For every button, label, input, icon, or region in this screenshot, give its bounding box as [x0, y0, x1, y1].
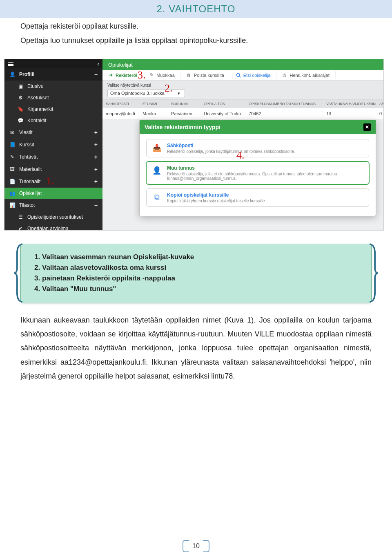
col-idnum: OPISKELIJANUMERO TAI MUU TUNNUS: [249, 102, 326, 106]
search-label: Etsi opiskelija: [243, 73, 271, 78]
clock-icon: ◷: [282, 73, 287, 78]
sidebar-item-tehtävät[interactable]: ✎Tehtävät+: [4, 151, 102, 163]
sidebar-item-materiaalit[interactable]: 🖼Materiaalit+: [4, 163, 102, 175]
option-other-id[interactable]: 👤 Muu tunnus Rekisteröi opiskelija, joll…: [146, 161, 369, 184]
cell-answers: 13: [326, 111, 379, 116]
table-row[interactable]: mhparv@utu.fi Marika Parviainen Universi…: [102, 108, 383, 119]
option-other-desc: Rekisteröi opiskelija, jolla ei ole sähk…: [167, 172, 364, 181]
list-icon: ☰: [18, 214, 23, 220]
expand-collapse-icon[interactable]: +: [94, 154, 98, 160]
sidebar-item-profiili[interactable]: 👤Profiili–: [4, 68, 102, 81]
sidebar-item-label: Opiskelijoiden suoritukset: [27, 214, 83, 220]
schedule-label: Henk.koht. aikarajat: [290, 73, 329, 78]
expand-collapse-icon[interactable]: –: [94, 202, 98, 208]
register-type-modal: Valitse rekisteröinnin tyyppi ✕ 📥 Sähköp…: [139, 120, 376, 216]
modal-title: Valitse rekisteröinnin tyyppi: [145, 124, 220, 130]
right-brace-icon: [368, 243, 378, 303]
mail-icon: ✉: [9, 130, 15, 135]
course-select-value: Oma Opintopolku 3. luokka: [110, 91, 165, 96]
step-1: Valitaan vasemman reunan Opiskelijat-kuv…: [42, 253, 360, 261]
body-paragraph-text: Ikkunaan aukeavaan taulukkoon täytetään …: [20, 313, 372, 383]
sidebar-item-label: Opettajan arvioima: [27, 226, 69, 231]
sidebar-item-label: Profiili: [19, 72, 34, 77]
gear-icon: ⚙: [18, 95, 23, 101]
chart-icon: 📊: [9, 202, 15, 208]
col-first: ETUNIMI: [143, 102, 171, 106]
left-brace-icon: [14, 243, 24, 303]
inbox-icon: 📥: [151, 143, 162, 154]
sidebar-item-label: Kurssit: [19, 142, 34, 148]
sidebar-item-kurssit[interactable]: 📘Kurssit+: [4, 139, 102, 151]
expand-collapse-icon[interactable]: +: [94, 141, 98, 148]
sidebar-item-opiskelijat[interactable]: 👥Opiskelijat: [4, 188, 102, 199]
person-icon: 👤: [151, 165, 162, 181]
register-button[interactable]: ➜ Rekisteröi: [102, 71, 143, 79]
step-2: Valitaan alasvetovalikosta oma kurssi: [42, 264, 360, 272]
col-ar: AR: [379, 102, 384, 106]
col-school: OPPILAITOS: [204, 102, 249, 106]
register-icon: ➜: [108, 73, 113, 78]
page-number: 10: [187, 542, 205, 550]
step-4: Valitaan "Muu tunnus": [42, 285, 360, 293]
sidebar-item-asetukset[interactable]: ⚙Asetukset: [4, 92, 102, 103]
image-icon: 🖼: [9, 166, 15, 172]
check-icon: ✔: [18, 226, 23, 231]
sidebar-item-etusivu[interactable]: ▣Etusivu: [4, 81, 102, 92]
option-copy-title: Kopioi opiskelijat kurssille: [167, 192, 265, 198]
col-last: SUKUNIMI: [171, 102, 204, 106]
modal-body: 📥 Sähköposti Rekisteröi opiskelija, jonk…: [140, 134, 376, 216]
edit-icon: ✎: [149, 73, 154, 78]
steps-callout: Valitaan vasemman reunan Opiskelijat-kuv…: [20, 243, 372, 303]
sidebar-item-tutoriaalit[interactable]: 📄Tutoriaalit+: [4, 175, 102, 188]
bookmark-icon: 🔖: [18, 106, 23, 112]
expand-collapse-icon[interactable]: +: [94, 166, 98, 173]
course-select-dropdown[interactable]: Oma Opintopolku 3. luokka ▾: [107, 89, 185, 97]
svg-point-0: [236, 73, 240, 76]
file-icon: 📄: [9, 179, 15, 184]
expand-collapse-icon[interactable]: +: [94, 178, 98, 185]
option-email[interactable]: 📥 Sähköposti Rekisteröi opiskelija, jonk…: [146, 139, 369, 157]
pencil-icon: ✎: [9, 154, 15, 160]
modal-close-button[interactable]: ✕: [363, 123, 371, 131]
option-other-title: Muu tunnus: [167, 165, 364, 171]
sidebar-item-tilastot[interactable]: 📊Tilastot–: [4, 199, 102, 211]
intro-text: Opettaja rekisteröi oppilaat kurssille. …: [0, 22, 392, 59]
schedule-button[interactable]: ◷ Henk.koht. aikarajat: [276, 71, 335, 79]
collapse-chevron-icon[interactable]: ‹: [97, 61, 99, 67]
sidebar-item-kirjanmerkit[interactable]: 🔖Kirjanmerkit: [4, 103, 102, 115]
svg-line-1: [239, 76, 241, 77]
expand-collapse-icon[interactable]: +: [94, 129, 98, 136]
sidebar-item-label: Tutoriaalit: [19, 179, 40, 184]
option-copy-students[interactable]: ⧉ Kopioi opiskelijat kurssille Kopioi ka…: [146, 188, 369, 207]
hamburger-icon[interactable]: [8, 62, 13, 66]
sidebar-item-opettajan-arvioima[interactable]: ✔Opettajan arvioima: [4, 223, 102, 231]
step-3: painetaan Rekisteröi oppilaita -nappulaa: [42, 274, 360, 282]
intro-line2: Opettaja luo tunnukset oppilaille ja lis…: [20, 36, 372, 45]
expand-collapse-icon[interactable]: –: [94, 71, 98, 78]
sidebar-item-viestit[interactable]: ✉Viestit+: [4, 126, 102, 139]
course-select-label: Valitse näytettävä kurssi: [107, 83, 379, 87]
option-email-desc: Rekisteröi opiskelija, jonka käyttäjätun…: [167, 149, 295, 154]
sidebar-item-label: Kirjanmerkit: [27, 106, 53, 112]
content-header: Opiskelijat: [102, 59, 383, 70]
students-table: SÄHKÖPOSTI ETUNIMI SUKUNIMI OPPILAITOS O…: [102, 99, 383, 119]
search-button[interactable]: Etsi opiskelija: [230, 71, 277, 79]
option-email-title: Sähköposti: [167, 143, 295, 148]
content-header-title: Opiskelijat: [108, 62, 133, 68]
edit-button[interactable]: ✎ Muokkaa: [143, 71, 181, 79]
book-icon: 📘: [9, 142, 15, 148]
cell-email: mhparv@utu.fi: [106, 111, 143, 116]
window-topbar: ‹: [4, 59, 102, 68]
cell-idnum: 70462: [249, 111, 326, 116]
sidebar-item-opiskelijoiden-suoritukset[interactable]: ☰Opiskelijoiden suoritukset: [4, 211, 102, 223]
body-paragraph: Ikkunaan aukeavaan taulukkoon täytetään …: [0, 313, 392, 383]
sidebar-item-label: Kontaktit: [27, 118, 47, 123]
table-header-row: SÄHKÖPOSTI ETUNIMI SUKUNIMI OPPILAITOS O…: [102, 100, 383, 108]
dropdown-caret-icon: ▾: [175, 90, 182, 97]
remove-button[interactable]: 🗑 Poista kurssilta: [181, 71, 230, 79]
option-copy-desc: Kopioi kaikki yhden kurssin opiskelijat …: [167, 199, 265, 203]
sidebar-item-label: Opiskelijat: [19, 190, 42, 196]
col-answers: VASTAUKSIA HARJOITUKSIIN: [326, 102, 379, 106]
trash-icon: 🗑: [187, 73, 192, 78]
sidebar-item-kontaktit[interactable]: 💬Kontaktit: [4, 115, 102, 126]
